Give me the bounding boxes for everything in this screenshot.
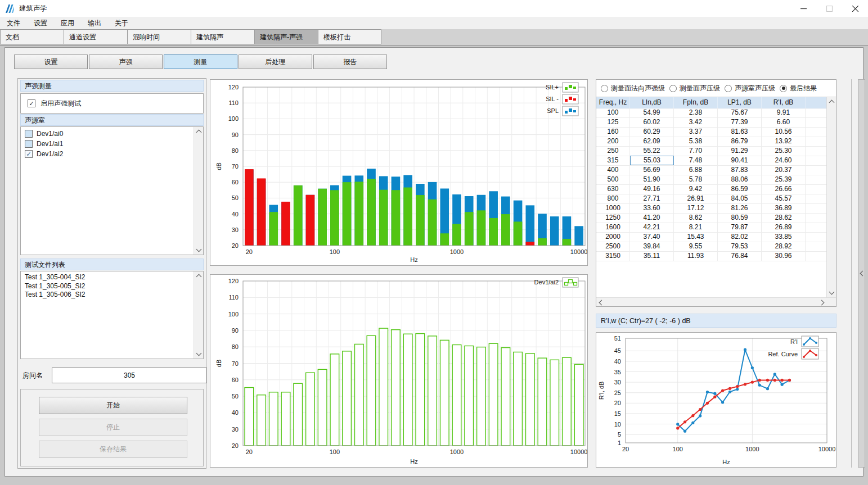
- table-cell[interactable]: 26.66: [762, 184, 806, 194]
- table-vertical-scrollbar[interactable]: [826, 97, 836, 297]
- test-file-item[interactable]: Test 1_305-006_SI2: [21, 291, 194, 300]
- radio-声源室声压级[interactable]: 声源室声压级: [725, 84, 775, 93]
- table-cell[interactable]: 125: [596, 117, 630, 127]
- table-cell[interactable]: 24.60: [762, 156, 806, 165]
- table-cell[interactable]: 28.62: [762, 213, 806, 223]
- legend-bars-icon[interactable]: [563, 83, 578, 92]
- table-cell[interactable]: 1250: [596, 213, 630, 223]
- legend-squares-icon[interactable]: [563, 278, 578, 287]
- minimize-button[interactable]: [790, 0, 816, 17]
- table-cell[interactable]: 55.03: [630, 156, 674, 165]
- radio-circle-icon[interactable]: [725, 85, 732, 92]
- channel-checkbox[interactable]: ✓: [25, 150, 33, 158]
- radio-circle-icon[interactable]: [780, 85, 787, 92]
- legend-peak-icon[interactable]: [802, 348, 818, 359]
- menu-item-文件[interactable]: 文件: [0, 17, 27, 29]
- table-cell[interactable]: 8.62: [674, 213, 718, 223]
- enable-intensity-checkbox[interactable]: ✓: [28, 99, 35, 107]
- table-cell[interactable]: 25.30: [762, 146, 806, 156]
- menu-item-输出[interactable]: 输出: [81, 17, 108, 29]
- table-cell[interactable]: 6.88: [674, 165, 718, 175]
- channel-checkbox[interactable]: [25, 140, 33, 148]
- start-button[interactable]: 开始: [39, 397, 187, 414]
- table-cell[interactable]: 86.79: [718, 137, 762, 146]
- column-header-R'I, dB[interactable]: R'I, dB: [762, 97, 806, 108]
- radio-circle-icon[interactable]: [669, 85, 677, 92]
- tab-通道设置[interactable]: 通道设置: [64, 29, 127, 44]
- scroll-down-icon[interactable]: [194, 246, 203, 255]
- table-cell[interactable]: 51.90: [630, 175, 674, 184]
- test-file-item[interactable]: Test 1_305-004_SI2: [21, 273, 194, 282]
- table-cell[interactable]: 91.29: [718, 146, 762, 156]
- menu-item-应用[interactable]: 应用: [54, 17, 81, 29]
- scroll-up-icon[interactable]: [194, 127, 203, 136]
- table-cell[interactable]: 42.21: [630, 223, 674, 232]
- subtab-声强[interactable]: 声强: [89, 55, 163, 69]
- table-cell[interactable]: 79.87: [718, 223, 762, 232]
- table-cell[interactable]: 6.60: [762, 117, 806, 127]
- table-cell[interactable]: 5.38: [674, 137, 718, 146]
- table-cell[interactable]: 76.84: [718, 251, 762, 261]
- table-cell[interactable]: 15.43: [674, 232, 718, 242]
- scroll-up-icon[interactable]: [827, 97, 836, 106]
- table-cell[interactable]: 81.63: [718, 127, 762, 137]
- table-cell[interactable]: 9.91: [762, 108, 806, 117]
- column-header-FpIn, dB[interactable]: FpIn, dB: [674, 97, 718, 108]
- table-cell[interactable]: 87.83: [718, 165, 762, 175]
- menu-item-关于[interactable]: 关于: [108, 17, 135, 29]
- table-cell[interactable]: 79.53: [718, 242, 762, 251]
- table-cell[interactable]: 8.21: [674, 223, 718, 232]
- table-cell[interactable]: 80.59: [718, 213, 762, 223]
- file-list-scrollbar[interactable]: [194, 271, 203, 359]
- table-cell[interactable]: 3.42: [674, 117, 718, 127]
- subtab-测量[interactable]: 测量: [164, 55, 237, 69]
- table-cell[interactable]: 500: [596, 175, 630, 184]
- legend-bars-icon[interactable]: [563, 94, 578, 104]
- table-cell[interactable]: 800: [596, 194, 630, 203]
- table-cell[interactable]: 39.84: [630, 242, 674, 251]
- table-cell[interactable]: 7.70: [674, 146, 718, 156]
- table-cell[interactable]: 200: [596, 137, 630, 146]
- test-file-item[interactable]: Test 1_305-005_SI2: [21, 282, 194, 291]
- table-cell[interactable]: 315: [596, 156, 630, 165]
- table-cell[interactable]: 250: [596, 146, 630, 156]
- table-cell[interactable]: 35.11: [630, 251, 674, 261]
- table-cell[interactable]: 9.55: [674, 242, 718, 251]
- maximize-button[interactable]: [816, 0, 842, 17]
- legend-peak-icon[interactable]: [802, 336, 818, 347]
- scroll-down-icon[interactable]: [827, 288, 836, 297]
- tab-混响时间[interactable]: 混响时间: [127, 29, 191, 44]
- radio-circle-icon[interactable]: [601, 85, 608, 92]
- table-cell[interactable]: 28.92: [762, 242, 806, 251]
- table-cell[interactable]: 7.48: [674, 156, 718, 165]
- table-cell[interactable]: 62.09: [630, 137, 674, 146]
- table-cell[interactable]: 41.20: [630, 213, 674, 223]
- scroll-down-icon[interactable]: [194, 350, 203, 359]
- channel-item[interactable]: Dev1/ai1: [21, 139, 194, 149]
- table-cell[interactable]: 86.59: [718, 184, 762, 194]
- table-cell[interactable]: 36.89: [762, 203, 806, 213]
- table-cell[interactable]: 30.96: [762, 251, 806, 261]
- tab-建筑隔声[interactable]: 建筑隔声: [191, 29, 254, 44]
- channel-item[interactable]: Dev1/ai0: [21, 129, 194, 139]
- table-cell[interactable]: 1600: [596, 223, 630, 232]
- table-cell[interactable]: 26.91: [674, 194, 718, 203]
- table-cell[interactable]: 82.02: [718, 232, 762, 242]
- table-cell[interactable]: 20.37: [762, 165, 806, 175]
- legend-bars-icon[interactable]: [563, 106, 578, 116]
- table-cell[interactable]: 3150: [596, 251, 630, 261]
- radio-测量面法向声强级[interactable]: 测量面法向声强级: [601, 84, 665, 93]
- subtab-报告[interactable]: 报告: [313, 55, 387, 69]
- table-cell[interactable]: 630: [596, 184, 630, 194]
- table-cell[interactable]: 3.37: [674, 127, 718, 137]
- radio-最后结果[interactable]: 最后结果: [780, 84, 817, 93]
- table-cell[interactable]: 160: [596, 127, 630, 137]
- table-cell[interactable]: 56.69: [630, 165, 674, 175]
- scroll-left-icon[interactable]: [596, 298, 605, 307]
- tab-楼板打击[interactable]: 楼板打击: [318, 29, 381, 44]
- subtab-后处理[interactable]: 后处理: [239, 55, 312, 69]
- table-cell[interactable]: 10.56: [762, 127, 806, 137]
- table-cell[interactable]: 2500: [596, 242, 630, 251]
- table-cell[interactable]: 77.39: [718, 117, 762, 127]
- column-header-LP1, dB[interactable]: LP1, dB: [718, 97, 762, 108]
